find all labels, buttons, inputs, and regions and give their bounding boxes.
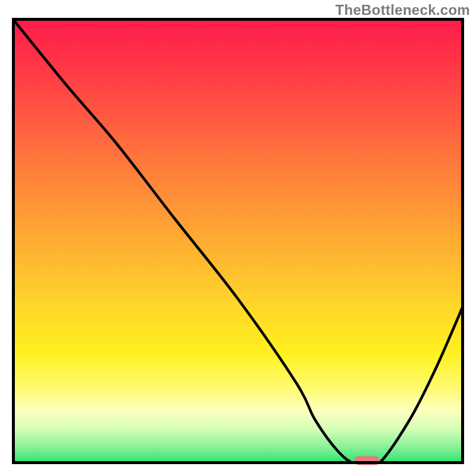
- gradient-background: [12, 18, 464, 464]
- chart-stage: TheBottleneck.com: [0, 0, 476, 476]
- optimal-marker: [354, 456, 380, 465]
- watermark-text: TheBottleneck.com: [336, 2, 470, 18]
